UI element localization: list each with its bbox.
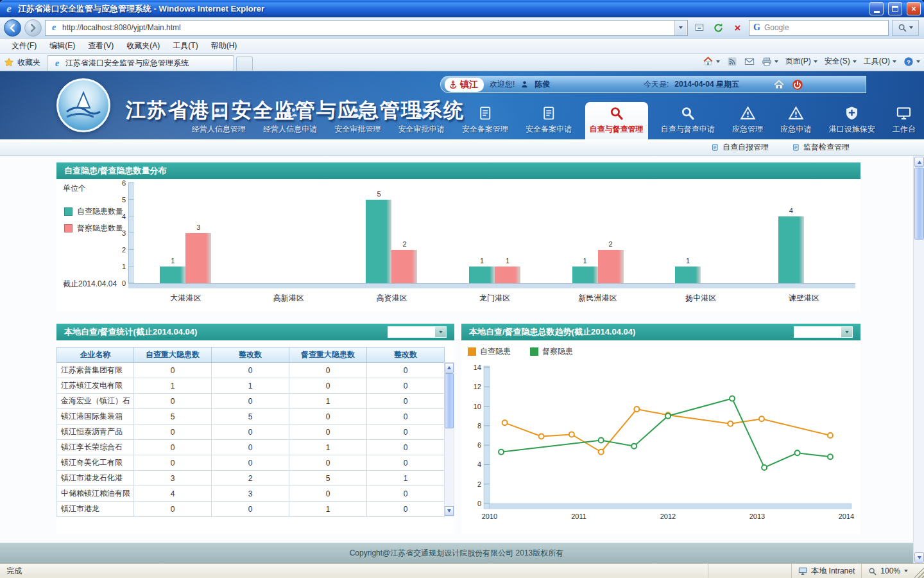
- company-name-cell: 镇江港国际集装箱: [57, 409, 134, 425]
- nav-item-link[interactable]: 工作台: [888, 102, 920, 139]
- nav-item-active[interactable]: 自查与督查管理: [585, 102, 648, 139]
- value-cell: 5: [289, 471, 367, 486]
- read-mail-button[interactable]: [744, 57, 755, 67]
- star-icon: [4, 57, 14, 67]
- scroll-down-button[interactable]: [914, 552, 924, 563]
- bar-value-label: 1: [583, 257, 587, 265]
- help-button[interactable]: ?: [903, 57, 920, 67]
- bar-y-axis: [128, 182, 134, 283]
- zoom-control[interactable]: 100%: [861, 564, 914, 578]
- bar-chart: 单位个 自查隐患数量督察隐患数量 1352111214 大港港区高新港区高资港区…: [56, 179, 860, 311]
- svg-text:2013: 2013: [749, 512, 765, 520]
- table-scroll-up-button[interactable]: [445, 363, 454, 372]
- menu-item[interactable]: 查看(V): [81, 38, 120, 54]
- menu-item[interactable]: 工具(T): [166, 38, 204, 54]
- search-button[interactable]: [892, 20, 919, 36]
- refresh-button[interactable]: [710, 20, 726, 36]
- stop-button[interactable]: ×: [730, 20, 746, 36]
- table-row[interactable]: 镇江恒泰沥青产品0000: [57, 425, 445, 440]
- shield-icon: [844, 105, 860, 121]
- table-row[interactable]: 镇江市港龙石化港3251: [57, 471, 445, 486]
- table-row[interactable]: 江苏索普集团有限0000: [57, 363, 445, 378]
- resize-grip[interactable]: [914, 564, 924, 578]
- menu-item[interactable]: 文件(F): [5, 38, 43, 54]
- nav-item-link[interactable]: 安全备案申请: [521, 102, 576, 139]
- nav-item-link[interactable]: 安全备案管理: [458, 102, 513, 139]
- print-button[interactable]: [762, 57, 778, 67]
- maximize-button[interactable]: [888, 2, 902, 15]
- document-icon: [711, 143, 719, 152]
- nav-item-label: 应急申请: [780, 124, 811, 135]
- value-cell: 0: [289, 378, 367, 394]
- nav-item-link[interactable]: 港口设施保安: [825, 102, 880, 139]
- table-scroll-thumb[interactable]: [445, 373, 454, 428]
- table-scroll-down-button[interactable]: [445, 506, 454, 516]
- search-box[interactable]: G Google: [749, 20, 889, 36]
- table-row[interactable]: 镇江港国际集装箱5500: [57, 409, 445, 425]
- value-cell: 0: [367, 394, 445, 409]
- page-scrollbar[interactable]: [913, 156, 924, 563]
- self-check-bar: 5: [366, 200, 391, 283]
- table-row[interactable]: 中储粮镇江粮油有限4300: [57, 486, 445, 502]
- subnav-item[interactable]: 自查自报管理: [711, 142, 769, 153]
- safety-menu-button[interactable]: 安全(S): [825, 56, 857, 67]
- table-scrollbar[interactable]: [444, 362, 454, 516]
- table-row[interactable]: 江苏镇江发电有限1100: [57, 378, 445, 394]
- subnav-item[interactable]: 监督检查管理: [792, 142, 850, 153]
- table-row[interactable]: 镇江李长荣综合石0010: [57, 440, 445, 455]
- nav-item-link[interactable]: 应急管理: [728, 102, 767, 139]
- line-filter-dropdown[interactable]: [794, 326, 853, 338]
- scroll-thumb[interactable]: [914, 168, 924, 240]
- close-button[interactable]: ×: [907, 2, 921, 15]
- svg-text:14: 14: [474, 363, 481, 371]
- category-label: 新民洲港区: [546, 293, 649, 304]
- address-field[interactable]: e http://localhost:8080/yjpt/Main.html: [45, 20, 688, 36]
- tools-menu-button[interactable]: 工具(O): [864, 56, 896, 67]
- compatibility-view-button[interactable]: [691, 20, 707, 36]
- category-label: 扬中港区: [649, 293, 753, 304]
- bar-panel-title: 自查隐患/督查隐患数量分布: [64, 165, 167, 177]
- magnifier-icon: [608, 105, 624, 121]
- bar-group: 12: [546, 183, 649, 283]
- document-icon: [477, 105, 493, 121]
- value-cell: 0: [367, 363, 445, 378]
- menu-item[interactable]: 编辑(E): [43, 38, 81, 54]
- scroll-up-button[interactable]: [914, 157, 924, 167]
- bar-group: 52: [340, 183, 443, 283]
- y-tick-label: 6: [109, 179, 126, 187]
- supervision-bar: 3: [185, 233, 211, 283]
- line-chart: 0246810121420102011201220132014: [461, 357, 860, 529]
- port-logo-icon: [60, 82, 107, 128]
- minimize-button[interactable]: [869, 2, 884, 15]
- logout-button[interactable]: [791, 78, 804, 91]
- forward-button[interactable]: [24, 19, 42, 37]
- nav-item-link[interactable]: 安全审批管理: [330, 102, 386, 139]
- nav-item-link[interactable]: 应急申请: [776, 102, 816, 139]
- menu-item[interactable]: 收藏夹(A): [120, 38, 166, 54]
- table-row[interactable]: 金海宏业（镇江）石0010: [57, 394, 445, 409]
- menu-item[interactable]: 帮助(H): [205, 38, 244, 54]
- new-tab-button[interactable]: [236, 57, 253, 71]
- feeds-button[interactable]: [727, 57, 737, 67]
- home-button[interactable]: [703, 56, 720, 67]
- browser-tab[interactable]: e 江苏省港口安全监管与应急管理系统: [47, 55, 234, 71]
- home-shortcut-button[interactable]: [773, 78, 785, 91]
- table-filter-dropdown[interactable]: [388, 326, 447, 338]
- value-cell: 0: [212, 440, 289, 455]
- back-button[interactable]: [4, 19, 21, 37]
- nav-item-link[interactable]: 安全审批申请: [394, 102, 449, 139]
- value-cell: 1: [367, 471, 445, 486]
- nav-item-label: 应急管理: [732, 124, 763, 135]
- favorites-button[interactable]: 收藏夹: [4, 54, 47, 71]
- table-row[interactable]: 镇江市港龙0010: [57, 502, 445, 517]
- legend-label: 督察隐患: [542, 346, 573, 357]
- page-menu-button[interactable]: 页面(P): [785, 56, 817, 67]
- self-check-bar: 1: [572, 267, 598, 283]
- nav-item-link[interactable]: 经营人信息申请: [259, 102, 321, 139]
- bar-value-label: 2: [609, 240, 613, 248]
- table-row[interactable]: 镇江奇美化工有限0000: [57, 455, 445, 471]
- stats-table-body: 江苏索普集团有限0000江苏镇江发电有限1100金海宏业（镇江）石0010镇江港…: [57, 363, 445, 517]
- nav-item-link[interactable]: 自查与督查申请: [656, 102, 719, 139]
- nav-item-link[interactable]: 经营人信息管理: [187, 102, 250, 139]
- address-dropdown[interactable]: [674, 21, 687, 35]
